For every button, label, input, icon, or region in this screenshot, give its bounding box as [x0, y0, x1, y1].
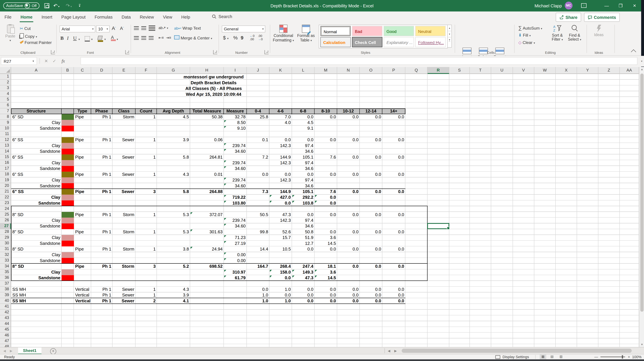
tab-view[interactable]: View — [158, 12, 177, 22]
cell-E8[interactable]: Storm — [112, 114, 136, 120]
user-name[interactable]: Michael Clapp — [534, 0, 562, 12]
fill-color-dropdown[interactable]: ▾ — [104, 36, 106, 42]
cell-J12[interactable]: 0.1 — [247, 137, 270, 143]
header-cell-C[interactable]: Type — [74, 108, 91, 114]
header-cell-I[interactable]: Measure — [224, 108, 247, 114]
cell-G39[interactable]: 3.9 — [157, 292, 190, 298]
cell-E12[interactable]: Sewer — [112, 137, 136, 143]
cell-A8[interactable]: 6" SD — [11, 114, 62, 120]
cell-P18[interactable]: 0.0 — [382, 172, 406, 177]
cell-D15[interactable]: Ph 1 — [91, 154, 113, 160]
cell-A19[interactable]: Clay — [11, 178, 62, 183]
header-cell-K[interactable]: 4-6 — [270, 108, 292, 114]
cell-L16[interactable]: 97.4 — [292, 160, 314, 166]
cell-K38[interactable]: 1.0 — [270, 287, 292, 292]
cell-I16[interactable]: 239.74 — [224, 160, 247, 166]
cell-J40[interactable]: 1.0 — [247, 298, 270, 304]
borders-dropdown[interactable]: ▾ — [91, 36, 93, 42]
font-size-combo[interactable]: 10▾ — [96, 26, 110, 32]
styles-gallery-scrollbar[interactable]: ▴ ▾ ▾– — [447, 24, 452, 48]
paste-button[interactable]: Paste▾ — [3, 24, 18, 42]
align-middle-icon[interactable] — [141, 26, 146, 30]
display-settings-button[interactable]: Display Settings — [496, 354, 529, 359]
style-chip-normal[interactable]: Normal — [320, 26, 351, 36]
cell-P38[interactable]: 0.0 — [382, 287, 406, 292]
header-cell-H[interactable]: Total Measure — [190, 108, 224, 114]
increase-decimal-button[interactable]: ←0.00 — [250, 34, 254, 41]
cell-C12[interactable]: Pipe — [74, 137, 91, 143]
selected-cell-R27[interactable] — [427, 223, 450, 229]
cell-M8[interactable]: 0.0 — [314, 114, 337, 120]
col-header-U[interactable]: U — [491, 67, 513, 74]
cell-K22[interactable]: 427.0 — [270, 195, 292, 200]
ribbon-display-options-icon[interactable]: ↑ — [581, 3, 586, 8]
cell-G8[interactable]: 4.5 — [157, 114, 190, 120]
header-cell-A[interactable]: Structure — [11, 108, 62, 114]
font-name-combo[interactable]: Arial▾ — [60, 26, 95, 32]
search-box[interactable]: Search — [212, 14, 232, 19]
cell-N38[interactable]: 0.0 — [337, 287, 360, 292]
cell-N21[interactable]: 0.0 — [337, 189, 360, 194]
header-cell-P[interactable]: 14+ — [382, 108, 406, 114]
cell-I19[interactable]: 239.74 — [224, 178, 247, 183]
cell-A16[interactable]: Clay — [11, 160, 62, 166]
cell-I17[interactable]: 34.60 — [224, 166, 247, 172]
header-cell-E[interactable]: Class — [112, 108, 136, 114]
cell-E15[interactable]: Sewer — [112, 154, 136, 160]
tab-home[interactable]: Home — [16, 12, 37, 22]
col-header-F[interactable]: F — [136, 67, 157, 74]
cell-J8[interactable]: 25.8 — [247, 114, 270, 120]
ideas-button[interactable]: Ideas — [591, 24, 607, 37]
merge-center-button[interactable]: Merge & Center ▾ — [174, 35, 212, 42]
header-cell-N[interactable]: 10-12 — [337, 108, 360, 114]
cell-I20[interactable]: 34.60 — [224, 183, 247, 189]
cell-L20[interactable]: 34.6 — [292, 183, 314, 189]
cell-I10[interactable]: 9.10 — [224, 126, 247, 131]
cancel-formula-icon[interactable]: ✕ — [44, 57, 48, 65]
cell-G18[interactable]: 4.3 — [157, 172, 190, 177]
fill-button[interactable]: ⬇ Fill ▾ — [518, 32, 531, 38]
cell-P40[interactable]: 0.0 — [382, 298, 406, 304]
cell-G40[interactable]: 4.1 — [157, 298, 190, 304]
sheet-tab-sheet1[interactable]: Sheet1 — [18, 348, 42, 354]
cell-E40[interactable]: Sewer — [112, 298, 136, 304]
orientation-button[interactable]: ab↗ ▾ — [158, 25, 168, 31]
font-dialog-launcher[interactable] — [125, 50, 129, 54]
cell-L21[interactable]: 105.1 — [292, 189, 314, 194]
cell-A21[interactable]: 6" SS — [11, 189, 62, 194]
cell-G38[interactable]: 4.3 — [157, 287, 190, 292]
cell-D18[interactable]: Ph 1 — [91, 172, 113, 177]
accounting-format-button[interactable]: $ ▾ — [223, 35, 228, 42]
format-painter-button[interactable]: Format Painter — [20, 40, 52, 46]
cell-L15[interactable]: 105.1 — [292, 154, 314, 160]
header-cell-L[interactable]: 6-8 — [292, 108, 314, 114]
cell-F39[interactable]: 1 — [136, 292, 157, 298]
col-header-AA[interactable]: AA — [620, 67, 639, 74]
redo-button[interactable]: ↷ ▾ — [66, 0, 72, 12]
style-chip-bad[interactable]: Bad — [352, 26, 382, 36]
underline-button[interactable]: U — [73, 35, 76, 41]
cell-L19[interactable]: 97.4 — [292, 178, 314, 183]
cell-A39[interactable]: SS MH — [11, 292, 62, 298]
style-chip-followed-hy-[interactable]: Followed Hy... — [415, 37, 446, 47]
cell-G12[interactable]: 3.9 — [157, 137, 190, 143]
header-cell-M[interactable]: 8-10 — [314, 108, 337, 114]
number-format-combo[interactable]: General▾ — [222, 26, 265, 32]
cell-I23[interactable]: 103.80 — [224, 200, 247, 206]
cell-F15[interactable]: 1 — [136, 154, 157, 160]
cell-K21[interactable]: 144.9 — [270, 189, 292, 194]
cell-L14[interactable]: 34.6 — [292, 149, 314, 154]
cell-O12[interactable]: 0.0 — [360, 137, 382, 143]
share-button[interactable]: Share — [556, 13, 581, 22]
italic-button[interactable]: I — [67, 35, 69, 41]
col-header-H[interactable]: H — [190, 67, 224, 74]
cell-C39[interactable]: Vertical — [74, 292, 91, 298]
insert-function-icon[interactable]: fx — [62, 57, 65, 65]
cell-N18[interactable]: 0.0 — [337, 172, 360, 177]
cell-L9[interactable]: 4.5 — [292, 120, 314, 126]
cell-M21[interactable]: 7.6 — [314, 189, 337, 194]
col-header-M[interactable]: M — [314, 67, 337, 74]
percent-style-button[interactable]: % — [233, 35, 238, 40]
prev-sheet-icon[interactable]: ◀ — [3, 348, 6, 354]
style-chip-good[interactable]: Good — [384, 26, 414, 36]
